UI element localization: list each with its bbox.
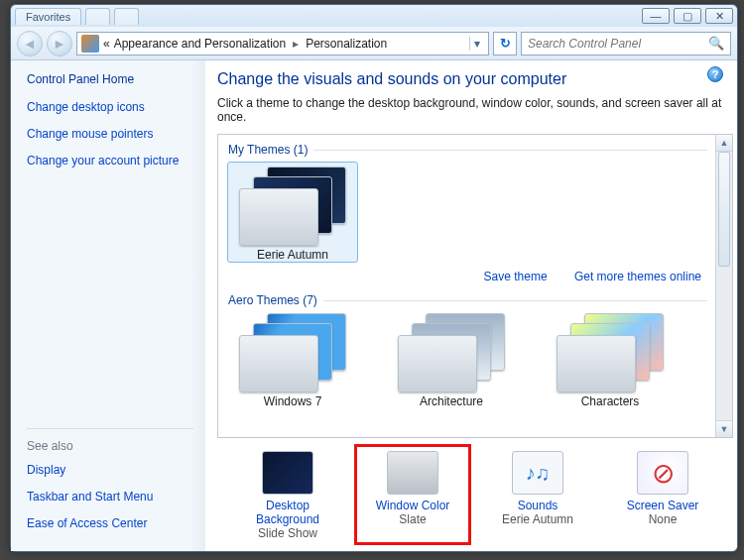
minimize-button[interactable]: — <box>642 8 670 24</box>
sidebar-link-mouse-pointers[interactable]: Change mouse pointers <box>27 127 193 141</box>
sidebar-link-ease-of-access[interactable]: Ease of Access Center <box>27 516 193 530</box>
option-label[interactable]: Screen Saver <box>609 499 716 512</box>
sounds-icon <box>512 451 563 495</box>
scroll-up-icon[interactable]: ▲ <box>716 135 732 152</box>
control-panel-icon <box>81 35 99 53</box>
forward-button[interactable]: ► <box>47 31 72 56</box>
desktop-background-option[interactable]: Desktop Background Slide Show <box>229 444 346 545</box>
browser-tab[interactable] <box>114 8 139 25</box>
screen-saver-option[interactable]: Screen Saver None <box>604 444 721 545</box>
sidebar-home-link[interactable]: Control Panel Home <box>27 72 193 86</box>
search-icon[interactable]: 🔍 <box>708 36 724 51</box>
sidebar-link-account-picture[interactable]: Change your account picture <box>27 154 193 168</box>
breadcrumb-segment[interactable]: Appearance and Personalization <box>114 37 286 51</box>
sidebar: Control Panel Home Change desktop icons … <box>11 60 205 551</box>
screen-saver-icon <box>637 451 688 495</box>
address-bar: ◄ ► « Appearance and Personalization ▸ P… <box>11 27 737 60</box>
option-label[interactable]: Desktop Background <box>234 499 341 526</box>
back-button[interactable]: ◄ <box>17 31 43 56</box>
personalization-options: Desktop Background Slide Show Window Col… <box>217 438 733 545</box>
option-value: None <box>609 512 716 526</box>
sidebar-link-desktop-icons[interactable]: Change desktop icons <box>27 100 193 114</box>
theme-characters[interactable]: Characters <box>546 313 675 408</box>
option-value: Eerie Autumn <box>484 512 591 526</box>
main-panel: ? Change the visuals and sounds on your … <box>205 60 737 551</box>
theme-label: Characters <box>546 394 675 408</box>
sidebar-link-taskbar[interactable]: Taskbar and Start Menu <box>27 490 193 504</box>
option-value: Slide Show <box>234 526 341 540</box>
explorer-window: Favorites — ▢ ✕ ◄ ► « Appearance and Per… <box>10 4 738 552</box>
my-themes-label: My Themes (1) <box>228 143 308 157</box>
theme-architecture[interactable]: Architecture <box>387 313 516 408</box>
search-input[interactable] <box>528 37 708 51</box>
browser-tab[interactable]: Favorites <box>15 8 81 25</box>
sounds-option[interactable]: Sounds Eerie Autumn <box>479 444 596 545</box>
theme-label: Windows 7 <box>228 394 357 408</box>
window-color-option[interactable]: Window Color Slate <box>354 444 471 545</box>
get-more-themes-link[interactable]: Get more themes online <box>574 270 701 283</box>
page-subtitle: Click a theme to change the desktop back… <box>217 96 733 124</box>
search-box[interactable]: 🔍 <box>521 32 731 56</box>
theme-windows7[interactable]: Windows 7 <box>228 313 357 408</box>
page-title: Change the visuals and sounds on your co… <box>217 70 733 88</box>
save-theme-link[interactable]: Save theme <box>484 270 548 283</box>
desktop-background-icon <box>262 451 313 495</box>
refresh-button[interactable]: ↻ <box>493 32 517 56</box>
browser-tab[interactable] <box>85 8 110 25</box>
chevron-right-icon[interactable]: ▸ <box>290 37 302 51</box>
scroll-down-icon[interactable]: ▼ <box>716 420 732 437</box>
titlebar[interactable]: Favorites — ▢ ✕ <box>11 5 737 27</box>
theme-label: Architecture <box>387 394 516 408</box>
theme-label: Eerie Autumn <box>228 248 357 262</box>
aero-themes-label: Aero Themes (7) <box>228 293 317 307</box>
sidebar-link-display[interactable]: Display <box>27 463 193 477</box>
window-color-icon <box>387 451 438 495</box>
scrollbar[interactable]: ▲ ▼ <box>715 135 732 437</box>
breadcrumb[interactable]: « Appearance and Personalization ▸ Perso… <box>76 32 489 56</box>
option-label[interactable]: Window Color <box>359 499 466 512</box>
themes-scroll-area: My Themes (1) Eerie Autumn Save th <box>217 134 733 438</box>
maximize-button[interactable]: ▢ <box>674 8 701 24</box>
theme-thumb-icon <box>239 188 318 246</box>
help-icon[interactable]: ? <box>707 66 723 82</box>
theme-eerie-autumn[interactable]: Eerie Autumn <box>228 163 357 262</box>
breadcrumb-prefix: « <box>103 37 110 51</box>
breadcrumb-dropdown[interactable]: ▾ <box>469 37 484 51</box>
option-value: Slate <box>359 512 466 526</box>
see-also-heading: See also <box>27 428 193 453</box>
breadcrumb-segment[interactable]: Personalization <box>306 37 387 51</box>
scroll-thumb[interactable] <box>718 152 730 267</box>
close-button[interactable]: ✕ <box>705 8 733 24</box>
option-label[interactable]: Sounds <box>484 499 591 512</box>
